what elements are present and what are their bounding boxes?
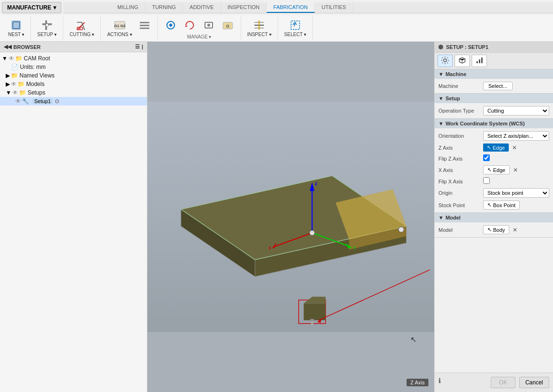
- right-panel: SETUP : SETUP1 ▼ Machine Machine: [434, 42, 553, 392]
- manage-btn1[interactable]: [162, 17, 180, 33]
- svg-text:X: X: [268, 246, 271, 250]
- operation-type-select[interactable]: Cutting: [483, 106, 549, 115]
- tree-item-setups[interactable]: ▼ 👁 📁 Setups: [0, 88, 147, 97]
- svg-rect-10: [140, 25, 149, 26]
- tree-collapse-icon[interactable]: ▼: [2, 55, 8, 62]
- ribbon-group-select: SELECT ▾: [278, 16, 313, 40]
- actions-list-button[interactable]: [136, 17, 154, 38]
- setup-button[interactable]: SETUP ▾: [35, 17, 59, 38]
- flip-x-label: Flip X Axis: [438, 179, 481, 184]
- flip-x-checkbox[interactable]: [483, 177, 490, 184]
- tree-expand-icon2[interactable]: ▶: [6, 81, 10, 87]
- stock-point-label: Stock Point: [438, 202, 481, 208]
- svg-point-14: [207, 24, 210, 27]
- cutting-label: CUTTING ▾: [69, 32, 94, 37]
- models-icon: 📁: [18, 81, 25, 87]
- actions-g1g2-button[interactable]: G1 G2 ACTIONS ▾: [105, 17, 134, 38]
- section-machine: ▼ Machine Machine Select...: [435, 69, 553, 94]
- manufacture-label: MANUFACTURE: [7, 4, 51, 11]
- tab-fabrication[interactable]: FABRICATION: [267, 2, 315, 13]
- list-icon: [138, 19, 151, 32]
- z-axis-edge-label: Edge: [493, 145, 505, 151]
- stock-point-cursor-icon: ↖: [487, 202, 492, 208]
- cancel-button[interactable]: Cancel: [519, 377, 549, 388]
- ok-button[interactable]: OK: [491, 377, 515, 388]
- browser-header: ◀◀ BROWSER ☰ |: [0, 42, 147, 52]
- tab-additive[interactable]: ADDITIVE: [183, 2, 221, 13]
- inspect-button[interactable]: INSPECT ▾: [245, 17, 274, 38]
- panel-tab-box[interactable]: [455, 55, 470, 67]
- svg-point-38: [310, 230, 314, 235]
- section-setup-header[interactable]: ▼ Setup: [435, 94, 553, 103]
- g1g2-icon: G1 G2: [113, 19, 126, 32]
- ribbon-group-setup: SETUP ▾: [31, 16, 63, 40]
- z-axis-tooltip: Z Axis: [407, 379, 428, 386]
- nest-button[interactable]: NEST ▾: [6, 17, 27, 38]
- x-axis-edge-button[interactable]: ↖ Edge: [483, 165, 510, 174]
- browser-pin-icon[interactable]: |: [142, 44, 143, 50]
- tree-item-models[interactable]: ▶ 👁 📁 Models: [0, 80, 147, 88]
- machine-select-button[interactable]: Select...: [483, 82, 513, 90]
- svg-rect-50: [481, 57, 483, 63]
- browser-panel: ◀◀ BROWSER ☰ | ▼ 👁 📁 CAM Root 📄 Units: m…: [0, 42, 147, 392]
- svg-text:Z: Z: [315, 182, 317, 186]
- ribbon-content: NEST ▾ SETUP ▾ C: [0, 15, 553, 41]
- setup1-label: Setup1: [32, 98, 53, 104]
- svg-rect-49: [479, 59, 480, 63]
- named-views-label: Named Views: [19, 72, 55, 79]
- manage-btn4[interactable]: G: [219, 17, 237, 33]
- tree-item-named-views[interactable]: ▶ 📁 Named Views: [0, 71, 147, 80]
- eye2-icon[interactable]: 👁: [11, 81, 17, 87]
- eye4-icon[interactable]: 👁: [15, 98, 21, 105]
- viewport[interactable]: Z Y X Z Axis: [147, 42, 434, 392]
- browser-collapse-icon[interactable]: ◀◀: [4, 44, 11, 50]
- panel-tab-chart[interactable]: [472, 55, 487, 67]
- operation-type-label: Operation Type: [438, 108, 481, 114]
- origin-select[interactable]: Stock box point Model origin: [483, 188, 549, 198]
- model-row: Model ↖ Body ✕: [438, 225, 549, 234]
- tree-expand-icon[interactable]: ▶: [6, 72, 10, 79]
- x-axis-row: X Axis ↖ Edge ✕: [438, 165, 549, 174]
- select-icon: [289, 19, 302, 32]
- section-wcs-header[interactable]: ▼ Work Coordinate System (WCS): [435, 119, 553, 128]
- stock-point-label-text: Box Point: [493, 202, 515, 208]
- tree-collapse2-icon[interactable]: ▼: [6, 89, 11, 96]
- eye-icon[interactable]: 👁: [9, 55, 14, 62]
- section-machine-header[interactable]: ▼ Machine: [435, 69, 553, 79]
- z-axis-edge-button[interactable]: ↖ Edge: [483, 143, 509, 152]
- x-axis-clear-button[interactable]: ✕: [512, 167, 519, 173]
- svg-point-46: [398, 227, 404, 232]
- browser-menu-icon[interactable]: ☰: [135, 44, 140, 50]
- svg-text:Y: Y: [353, 246, 356, 250]
- orientation-select[interactable]: Select Z axis/plan...: [483, 131, 549, 141]
- tab-milling[interactable]: MILLING: [111, 2, 146, 13]
- panel-tab-gear[interactable]: [437, 55, 453, 67]
- browser-title: BROWSER: [13, 44, 40, 50]
- tree-item-setup1[interactable]: 👁 🔧 Setup1 ⊙: [0, 97, 147, 105]
- z-axis-clear-button[interactable]: ✕: [511, 144, 518, 151]
- model-clear-button[interactable]: ✕: [511, 227, 519, 233]
- manage-btn3[interactable]: [200, 17, 218, 33]
- eye3-icon[interactable]: 👁: [12, 89, 18, 96]
- manage-btn2[interactable]: [181, 17, 199, 33]
- select-button[interactable]: SELECT ▾: [282, 17, 309, 38]
- tab-turning[interactable]: TURNING: [146, 2, 183, 13]
- model-body-button[interactable]: ↖ Body: [483, 225, 509, 234]
- setup-icon: [40, 19, 54, 32]
- cutting-button[interactable]: CUTTING ▾: [67, 17, 97, 38]
- stock-point-row: Stock Point ↖ Box Point: [438, 201, 549, 210]
- flip-z-checkbox[interactable]: [483, 154, 490, 161]
- setups-label: Setups: [28, 89, 45, 96]
- z-axis-cursor-icon: ↖: [487, 144, 491, 151]
- section-model-header[interactable]: ▼ Model: [435, 213, 553, 222]
- info-icon[interactable]: ℹ: [438, 377, 441, 388]
- manufacture-button[interactable]: MANUFACTURE ▾: [2, 2, 61, 13]
- models-label: Models: [26, 81, 45, 87]
- inspect-label: INSPECT ▾: [247, 32, 272, 37]
- tree-item-cam-root[interactable]: ▼ 👁 📁 CAM Root: [0, 54, 147, 63]
- stock-point-button[interactable]: ↖ Box Point: [483, 201, 520, 210]
- panel-tabs: [435, 53, 553, 69]
- tab-utilities[interactable]: UTILITIES: [315, 2, 353, 13]
- tree-item-units[interactable]: 📄 Units: mm: [0, 63, 147, 71]
- tab-inspection[interactable]: INSPECTION: [221, 2, 267, 13]
